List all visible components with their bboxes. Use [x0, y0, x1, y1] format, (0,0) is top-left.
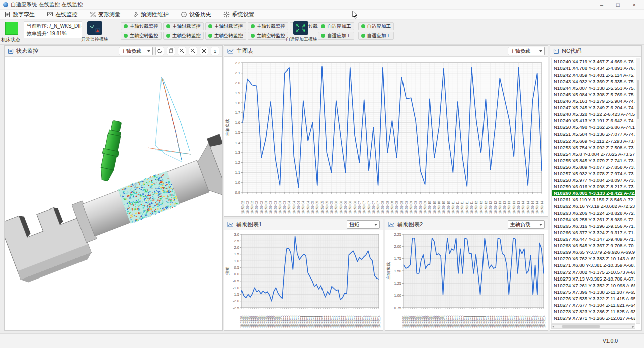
menu-bar: 数字孪生 在线监控 变形测量 预测性维护 设备历史 系统设置	[0, 10, 644, 19]
monitor-chip[interactable]: 主轴空转监控	[248, 32, 288, 40]
orbit-view-button[interactable]	[167, 47, 175, 55]
nc-line[interactable]: N10259 X6.016 Y-3.098 Z-8.217 A-73.036	[552, 183, 635, 190]
zoom-out-button[interactable]	[189, 47, 197, 55]
monitor-chip[interactable]: 主轴过载监控	[205, 22, 246, 30]
scrollbar-thumb[interactable]	[562, 325, 600, 328]
nc-line[interactable]: N10255 X5.845 Y-3.079 Z-7.741 A-73.458	[552, 157, 635, 164]
nc-line[interactable]: N10264 X6.258 Y-3.261 Z-8.989 A-72.072	[552, 216, 635, 223]
fit-view-button[interactable]	[200, 47, 208, 55]
nc-line[interactable]: N10256 X5.889 Y-3.077 Z-7.858 A-73.348	[552, 164, 635, 170]
svg-text:16:59:11: 16:59:11	[470, 201, 473, 214]
zoom-in-button[interactable]	[178, 47, 186, 55]
nc-line[interactable]: N10246 X5.163 Y-3.279 Z-5.984 A-74.892	[552, 98, 635, 104]
chip-label: 主轴空转监控	[172, 33, 201, 39]
nc-line[interactable]: N10242 X4.859 Y-3.401 Z-5.114 A-75.775	[552, 72, 635, 78]
nc-code-list[interactable]: N10240 X4.719 Y-3.467 Z-4.669 A-76.396N1…	[551, 58, 635, 324]
nc-line[interactable]: N10258 X5.977 Y-3.084 Z-8.097 A-73.138	[552, 177, 635, 183]
model-series-dropdown[interactable]: 主轴负载	[119, 47, 153, 55]
menu-predictive-maintenance[interactable]: 预测性维护	[132, 11, 169, 18]
nc-line[interactable]: N10277 X7.677 Y-3.304 Z-11.621 A-64.48	[552, 302, 635, 308]
monitor-chip[interactable]: 自适应加工	[358, 32, 394, 40]
close-button[interactable]: ×	[633, 1, 636, 9]
monitor-chip[interactable]: 主轴空转监控	[205, 32, 246, 40]
monitor-chip[interactable]: 主轴空转监控	[163, 32, 204, 40]
nc-line[interactable]: N10262 X6.16 Y-3.19 Z-8.682 A-72.534 C	[552, 203, 635, 210]
nc-line[interactable]: N10263 X6.206 Y-3.224 Z-8.828 A-72.33 C	[552, 210, 635, 216]
svg-text:16:59:08: 16:59:08	[390, 201, 394, 214]
nc-line[interactable]: N10241 X4.788 Y-3.434 Z-4.893 A-76.062	[552, 65, 635, 72]
nc-line-selected[interactable]: N10260 X6.081 Y-3.133 Z-8.422 A-72.835	[552, 190, 635, 196]
svg-text:16:59:10: 16:59:10	[428, 201, 431, 214]
nc-line[interactable]: N10240 X4.719 Y-3.467 Z-4.669 A-76.396	[552, 58, 635, 65]
nc-line[interactable]: N10278 X7.823 Y-3.286 Z-11.825 A-63.73	[552, 308, 635, 315]
nc-line[interactable]: N10252 X5.669 Y-3.112 Z-7.293 A-73.844	[552, 137, 635, 144]
green-status-dot	[251, 24, 255, 28]
monitor-chip[interactable]: 主轴空转监控	[121, 32, 162, 40]
maximize-button[interactable]: □	[616, 1, 620, 9]
nc-line[interactable]: N10269 X6.65 Y-3.379 Z-9.926 A-69.947 C	[552, 249, 635, 255]
nc-line[interactable]: N10251 X5.584 Y-3.136 Z-7.077 A-74.012	[552, 131, 635, 137]
svg-text:16:59:06: 16:59:06	[348, 201, 352, 214]
nc-line[interactable]: N10280 X8.123 Y-3.245 Z-12.227 A-62.23	[552, 321, 635, 324]
menu-digital-twin[interactable]: 数字孪生	[4, 11, 35, 18]
chip-label: 主轴过载监控	[257, 23, 285, 30]
nc-line[interactable]: N10271 X6.88 Y-3.381 Z-10.359 A-68.711	[552, 262, 635, 268]
nc-line[interactable]: N10261 X6.119 Y-3.159 Z-8.546 A-72.701	[552, 196, 635, 203]
adaptive-machining-module[interactable]: 自适应加工模块	[286, 21, 316, 43]
svg-text:-2.5: -2.5	[233, 306, 239, 310]
abnormal-monitor-module[interactable]: 异常监控模块	[79, 21, 110, 43]
scroll-left-icon[interactable]	[552, 326, 554, 328]
nc-vertical-scrollbar[interactable]	[636, 58, 640, 324]
nc-line[interactable]: N10257 X5.932 Y-3.078 Z-7.974 A-73.243	[552, 170, 635, 177]
rotate-view-button[interactable]	[155, 47, 164, 55]
nc-line[interactable]: N10266 X6.377 Y-3.324 Z-9.317 A-71.443	[552, 229, 635, 236]
monitor-chip[interactable]: 主轴过载监控	[248, 22, 288, 30]
nc-line[interactable]: N10249 X5.413 Y-3.191 Z-6.642 A-74.346	[552, 117, 635, 124]
nc-line[interactable]: N10270 X6.762 Y-3.383 Z-10.143 A-69.34	[552, 255, 635, 262]
nc-line[interactable]: N10253 X5.754 Y-3.092 Z-7.508 A-73.677	[552, 144, 635, 151]
svg-text:2.5: 2.5	[234, 239, 239, 243]
version-label: V1.0.0	[603, 338, 618, 344]
monitor-chip[interactable]: 自适应加工	[358, 22, 394, 30]
monitor-chip[interactable]: 自适应加工	[318, 22, 354, 30]
menu-online-monitor[interactable]: 在线监控	[47, 11, 77, 18]
nc-line[interactable]: N10273 X7.13 Y-3.365 Z-10.786 A-67.372	[552, 275, 635, 282]
nc-line[interactable]: N10276 X7.535 Y-3.322 Z-11.415 A-65.22	[552, 295, 635, 302]
aux-chart1-series-dropdown[interactable]: 扭矩	[347, 220, 380, 229]
minimize-button[interactable]: –	[600, 1, 603, 9]
nc-line[interactable]: N10245 X5.084 Y-3.308 Z-5.769 A-75.088	[552, 91, 635, 98]
green-status-dot	[361, 34, 365, 38]
monitor-chip[interactable]: 主轴过载监控	[163, 22, 204, 30]
green-status-dot	[208, 34, 212, 38]
menu-deformation-measure[interactable]: 变形测量	[90, 11, 120, 18]
nc-line[interactable]: N10279 X7.971 Y-3.266 Z-12.027 A-62.98	[552, 315, 635, 321]
nc-line[interactable]: N10243 X4.932 Y-3.369 Z-5.335 A-75.523	[552, 78, 635, 85]
nc-line[interactable]: N10244 X5.007 Y-3.338 Z-5.553 A-75.297	[552, 85, 635, 91]
nc-line[interactable]: N10250 X5.498 Y-3.162 Z-6.86 A-74.178 C	[552, 124, 635, 130]
nc-line[interactable]: N10265 X6.316 Y-3.296 Z-9.156 A-71.771	[552, 223, 635, 229]
nc-line[interactable]: N10248 X5.328 Y-3.22 Z-6.423 A-74.52 C	[552, 111, 635, 117]
nc-line[interactable]: N10254 X5.8 Y-3.084 Z-7.625 A-73.571 C	[552, 151, 635, 157]
menu-device-history[interactable]: 设备历史	[181, 11, 211, 18]
nc-line[interactable]: N10247 X5.245 Y-3.249 Z-6.204 A-74.701	[552, 104, 635, 111]
nc-line[interactable]: N10275 X7.396 Y-3.338 Z-11.207 A-65.95	[552, 289, 635, 295]
nc-line[interactable]: N10274 X7.261 Y-3.352 Z-10.998 A-66.67	[552, 282, 635, 289]
nc-line[interactable]: N10267 X6.447 Y-3.347 Z-9.489 A-71.055	[552, 236, 635, 242]
chevron-down-icon	[147, 50, 150, 52]
svg-text:0.5: 0.5	[234, 265, 239, 270]
aux-chart2-series-dropdown[interactable]: 主轴负载	[508, 220, 545, 229]
scroll-right-icon[interactable]	[632, 326, 634, 328]
main-chart-series-dropdown[interactable]: 主轴负载	[508, 47, 545, 55]
monitor-chip[interactable]: 主轴过载监控	[121, 22, 162, 30]
nc-horizontal-scrollbar[interactable]	[551, 324, 635, 329]
monitor-chip[interactable]: 自适应加工	[318, 32, 354, 40]
nc-line[interactable]: N10272 X7.002 Y-3.375 Z-10.573 A-68.05	[552, 269, 635, 275]
menu-system-settings[interactable]: 系统设置	[223, 11, 254, 18]
scrollbar-thumb[interactable]	[637, 80, 639, 119]
chip-label: 自适应加工	[327, 33, 351, 39]
nc-line[interactable]: N10268 X6.545 Y-3.367 Z-9.708 A-70.519	[552, 242, 635, 249]
view-page-button[interactable]: 1	[211, 47, 219, 55]
svg-text:0.9: 0.9	[235, 190, 240, 195]
svg-text:1.1: 1.1	[235, 170, 240, 175]
model-viewport[interactable]	[5, 57, 222, 330]
